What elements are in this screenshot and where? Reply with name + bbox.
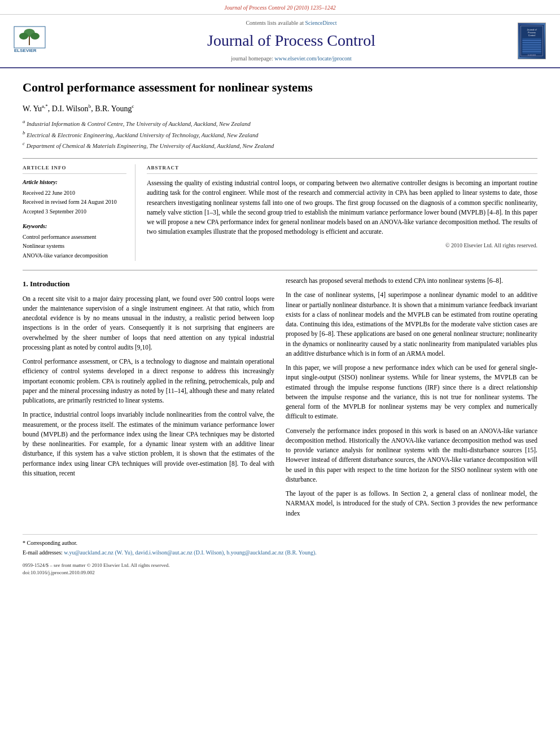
body-col-left: 1. Introduction On a recent site visit t…: [23, 276, 274, 523]
abstract-col: ABSTRACT Assessing the quality of existi…: [147, 164, 537, 261]
author-2-sup: b: [89, 103, 91, 109]
body-para-4: research has proposed several methods to…: [286, 276, 537, 286]
journal-cover: Journal of Process Control ELSEVIER: [518, 23, 546, 59]
keywords-label: Keywords:: [23, 222, 126, 231]
abstract-text: Assessing the quality of existing indust…: [147, 178, 537, 237]
author-1: W. Yua,*: [23, 104, 48, 113]
affiliation-b: b Electrical & Electronic Engineering, A…: [23, 129, 537, 139]
keyword-3: ANOVA-like variance decomposition: [23, 252, 126, 260]
cover-image: Journal of Process Control ELSEVIER: [519, 25, 544, 57]
received-revised-date: Received in revised form 24 August 2010: [23, 198, 126, 207]
body-para-5: In the case of nonlinear systems, [4] su…: [286, 290, 537, 359]
keyword-1: Control performance assessment: [23, 233, 126, 242]
author-2: D.I. Wilsonb: [52, 104, 91, 113]
author-3: B.R. Youngc: [95, 104, 134, 113]
body-columns: 1. Introduction On a recent site visit t…: [23, 276, 537, 523]
body-para-8: The layout of the paper is as follows. I…: [286, 489, 537, 518]
affiliations: a Industrial Information & Control Centr…: [23, 118, 537, 150]
sciencedirect-link[interactable]: ScienceDirect: [305, 20, 336, 26]
corresponding-author-note: * Corresponding author.: [23, 539, 537, 548]
main-body: 1. Introduction On a recent site visit t…: [23, 270, 537, 576]
email-line: E-mail addresses: w.yu@auckland.ac.nz (W…: [23, 549, 537, 557]
journal-homepage: journal homepage: www.elsevier.com/locat…: [73, 55, 509, 63]
elsevier-logo-area: ELSEVIER: [11, 24, 68, 58]
author-1-sup: a,*: [42, 103, 48, 109]
affiliation-c: c Department of Chemical & Materials Eng…: [23, 140, 537, 150]
svg-text:ELSEVIER: ELSEVIER: [14, 48, 37, 53]
keyword-2: Nonlinear systems: [23, 242, 126, 251]
footer-bottom: 0959-1524/$ – see front matter © 2010 El…: [23, 562, 537, 576]
svg-text:Control: Control: [528, 34, 536, 37]
info-abstract-section: ARTICLE INFO Article history: Received 2…: [23, 158, 537, 261]
footer-notes: * Corresponding author. E-mail addresses…: [23, 534, 537, 576]
svg-point-3: [30, 33, 40, 40]
email-label: E-mail addresses:: [23, 549, 63, 556]
article-title: Control performance assessment for nonli…: [23, 80, 537, 96]
body-para-3: In practice, industrial control loops in…: [23, 410, 274, 478]
journal-header: ELSEVIER Contents lists available at Sci…: [0, 15, 560, 69]
journal-ref: Journal of Process Control 20 (2010) 123…: [224, 5, 336, 11]
body-col-right: research has proposed several methods to…: [286, 276, 537, 523]
article-info-label: ARTICLE INFO: [23, 164, 126, 174]
history-label: Article history:: [23, 178, 126, 187]
body-para-7: Conversely the performance index propose…: [286, 426, 537, 485]
elsevier-logo: ELSEVIER: [11, 24, 62, 55]
accepted-date: Accepted 3 September 2010: [23, 208, 126, 216]
svg-point-2: [19, 33, 28, 40]
article-info-col: ARTICLE INFO Article history: Received 2…: [23, 164, 135, 261]
contents-line: Contents lists available at ScienceDirec…: [73, 19, 509, 28]
article-content: Control performance assessment for nonli…: [0, 68, 560, 588]
svg-text:ELSEVIER: ELSEVIER: [528, 54, 536, 56]
top-bar: Journal of Process Control 20 (2010) 123…: [0, 0, 560, 15]
abstract-label: ABSTRACT: [147, 164, 537, 174]
author-3-sup: c: [132, 103, 134, 109]
section-1-heading: 1. Introduction: [23, 278, 274, 290]
email-link[interactable]: w.yu@auckland.ac.nz (W. Yu), david.i.wil…: [64, 549, 317, 556]
body-para-1: On a recent site visit to a major dairy …: [23, 294, 274, 353]
journal-cover-area: Journal of Process Control ELSEVIER: [515, 23, 549, 59]
body-para-6: In this paper, we will propose a new per…: [286, 363, 537, 422]
abstract-copyright: © 2010 Elsevier Ltd. All rights reserved…: [147, 242, 537, 250]
issn-line: 0959-1524/$ – see front matter © 2010 El…: [23, 562, 537, 569]
journal-url[interactable]: www.elsevier.com/locate/jprocont: [274, 55, 352, 62]
doi-line: doi:10.1016/j.jprocont.2010.09.002: [23, 569, 537, 576]
journal-header-center: Contents lists available at ScienceDirec…: [73, 19, 509, 63]
authors-line: W. Yua,*, D.I. Wilsonb, B.R. Youngc: [23, 103, 537, 115]
received-date: Received 22 June 2010: [23, 189, 126, 198]
journal-title: Journal of Process Control: [73, 29, 509, 53]
body-para-2: Control performance assessment, or CPA, …: [23, 357, 274, 405]
affiliation-a: a Industrial Information & Control Centr…: [23, 118, 537, 128]
